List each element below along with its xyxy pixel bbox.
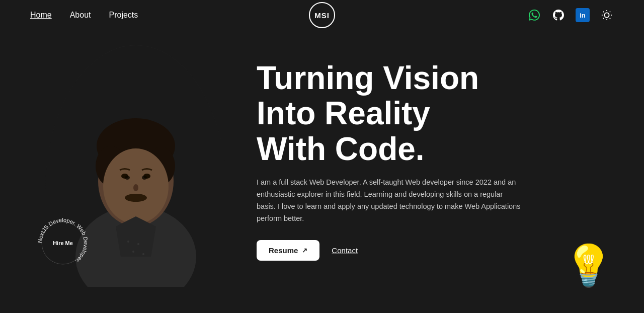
svg-point-25 bbox=[142, 253, 144, 255]
nav-home[interactable]: Home bbox=[30, 11, 52, 20]
navbar: Home About Projects MSI in bbox=[0, 0, 644, 30]
lightbulb-decoration: 💡 bbox=[564, 246, 614, 286]
right-panel: Turning Vision Into Reality With Code. I… bbox=[242, 40, 614, 261]
resume-button[interactable]: Resume ↗ bbox=[257, 240, 319, 261]
svg-point-27 bbox=[142, 176, 147, 180]
left-panel: NextJS Developer. Web Developer. Hire Me bbox=[30, 40, 242, 301]
cta-buttons: Resume ↗ Contact bbox=[257, 240, 614, 261]
hire-me-circle[interactable]: NextJS Developer. Web Developer. Hire Me bbox=[35, 215, 91, 271]
contact-link[interactable]: Contact bbox=[332, 246, 358, 255]
nav-right-icons: in bbox=[527, 8, 614, 22]
external-link-icon: ↗ bbox=[302, 247, 307, 254]
svg-point-22 bbox=[127, 241, 129, 243]
nav-projects[interactable]: Projects bbox=[109, 11, 138, 20]
whatsapp-icon[interactable] bbox=[527, 8, 541, 22]
svg-line-3 bbox=[603, 12, 604, 12]
site-logo[interactable]: MSI bbox=[309, 2, 335, 28]
theme-toggle-icon[interactable] bbox=[600, 8, 614, 22]
svg-text:NextJS Developer. Web Develope: NextJS Developer. Web Developer. bbox=[37, 217, 89, 265]
svg-line-8 bbox=[610, 12, 610, 12]
github-icon[interactable] bbox=[551, 8, 566, 22]
svg-point-20 bbox=[125, 194, 147, 202]
linkedin-icon[interactable]: in bbox=[576, 8, 590, 22]
nav-links: Home About Projects bbox=[30, 11, 138, 20]
nav-about[interactable]: About bbox=[70, 11, 91, 20]
svg-point-23 bbox=[132, 251, 134, 253]
svg-line-7 bbox=[603, 18, 604, 19]
svg-line-4 bbox=[610, 18, 610, 19]
main-content: NextJS Developer. Web Developer. Hire Me… bbox=[0, 30, 644, 301]
hero-description: I am a full stack Web Developer. A self-… bbox=[257, 177, 523, 225]
svg-point-0 bbox=[604, 13, 609, 17]
svg-point-26 bbox=[125, 176, 130, 180]
svg-point-24 bbox=[137, 243, 139, 245]
hero-title: Turning Vision Into Reality With Code. bbox=[257, 60, 614, 167]
svg-point-19 bbox=[133, 184, 138, 191]
